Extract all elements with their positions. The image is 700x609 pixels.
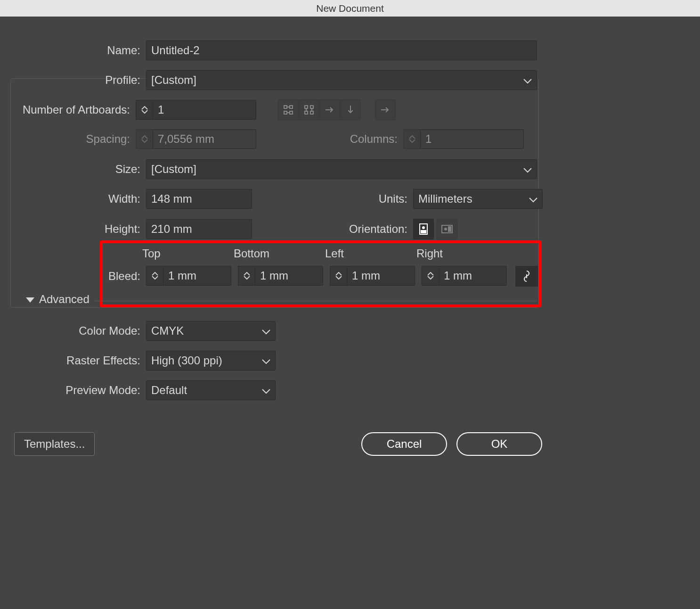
arrange-row-icon (319, 99, 340, 120)
color-mode-label: Color Mode: (0, 324, 146, 337)
chevron-down-icon (262, 321, 270, 340)
dialog-title: New Document (316, 3, 384, 14)
chevron-down-icon (523, 71, 532, 90)
profile-label: Profile: (0, 74, 146, 87)
chevron-down-icon (262, 351, 270, 370)
chevron-down-icon (262, 381, 270, 400)
svg-rect-7 (310, 111, 313, 114)
raster-effects-select[interactable]: High (300 ppi) (146, 351, 276, 370)
units-select[interactable]: Millimeters (413, 189, 543, 209)
columns-input: 1 (420, 129, 524, 149)
height-label: Height: (0, 222, 146, 236)
raster-effects-label: Raster Effects: (0, 354, 146, 367)
separator-line (94, 301, 537, 301)
columns-label: Columns: (256, 132, 403, 146)
chevron-down-icon (529, 189, 537, 208)
profile-value: [Custom] (151, 74, 196, 86)
advanced-label: Advanced (39, 293, 90, 306)
svg-rect-0 (284, 106, 287, 108)
artboards-input[interactable]: 1 (153, 100, 256, 120)
width-input[interactable]: 148 mm (146, 189, 252, 209)
ok-button[interactable]: OK (456, 432, 542, 456)
color-mode-select[interactable]: CMYK (146, 321, 276, 341)
svg-rect-5 (310, 106, 313, 108)
svg-rect-6 (305, 111, 308, 114)
bleed-top-stepper[interactable] (146, 266, 163, 286)
spacing-input: 7,0556 mm (153, 129, 256, 149)
orientation-landscape-button[interactable] (437, 219, 457, 239)
size-label: Size: (0, 163, 146, 176)
bleed-left-stepper[interactable] (330, 266, 347, 286)
name-label: Name: (0, 44, 146, 57)
orientation-label: Orientation: (252, 222, 413, 236)
svg-rect-11 (442, 225, 452, 233)
svg-point-12 (444, 228, 447, 230)
height-input[interactable]: 210 mm (146, 219, 252, 239)
grid-by-row-icon (278, 99, 299, 120)
templates-button[interactable]: Templates... (14, 432, 95, 456)
bleed-top-input[interactable]: 1 mm (163, 266, 231, 286)
svg-rect-10 (421, 230, 426, 233)
bleed-bottom-input[interactable]: 1 mm (255, 266, 323, 286)
units-label: Units: (252, 192, 413, 206)
dialog-titlebar: New Document (0, 0, 700, 17)
orientation-portrait-button[interactable] (413, 219, 434, 239)
size-select[interactable]: [Custom] (146, 159, 537, 179)
svg-rect-8 (420, 224, 427, 234)
svg-rect-2 (284, 111, 287, 114)
spacing-stepper (136, 129, 153, 149)
svg-rect-13 (448, 226, 451, 232)
bleed-bottom-stepper[interactable] (238, 266, 255, 286)
rtl-arrange-icon (375, 99, 396, 120)
grid-by-column-icon (299, 99, 319, 120)
columns-stepper (403, 129, 420, 149)
preview-mode-value: Default (151, 384, 187, 396)
spacing-label: Spacing: (0, 132, 136, 146)
name-input[interactable]: Untitled-2 (146, 41, 537, 60)
link-bleed-button[interactable] (515, 266, 538, 287)
raster-effects-value: High (300 ppi) (151, 354, 222, 367)
svg-point-9 (422, 226, 425, 229)
width-label: Width: (0, 192, 146, 206)
preview-mode-select[interactable]: Default (146, 380, 276, 400)
bleed-label: Bleed: (0, 270, 146, 283)
artboards-stepper[interactable] (136, 100, 153, 120)
chevron-down-icon (523, 160, 532, 179)
svg-marker-14 (26, 297, 34, 303)
bleed-bottom-header: Bottom (234, 247, 325, 260)
svg-rect-4 (305, 106, 308, 108)
color-mode-value: CMYK (151, 324, 184, 337)
artboards-label: Number of Artboards: (0, 103, 136, 116)
triangle-down-icon (26, 293, 34, 306)
svg-rect-3 (290, 111, 293, 114)
units-value: Millimeters (418, 192, 472, 205)
bleed-right-stepper[interactable] (422, 266, 439, 286)
svg-rect-1 (290, 106, 293, 108)
preview-mode-label: Preview Mode: (0, 384, 146, 397)
cancel-button[interactable]: Cancel (361, 432, 447, 456)
size-value: [Custom] (151, 163, 196, 175)
advanced-disclosure[interactable]: Advanced (26, 293, 90, 306)
bleed-left-input[interactable]: 1 mm (347, 266, 415, 286)
bleed-top-header: Top (142, 247, 234, 260)
bleed-right-header: Right (416, 247, 508, 260)
bleed-right-input[interactable]: 1 mm (439, 266, 507, 286)
profile-select[interactable]: [Custom] (146, 70, 537, 90)
bleed-left-header: Left (325, 247, 416, 260)
arrange-column-icon (340, 99, 361, 120)
